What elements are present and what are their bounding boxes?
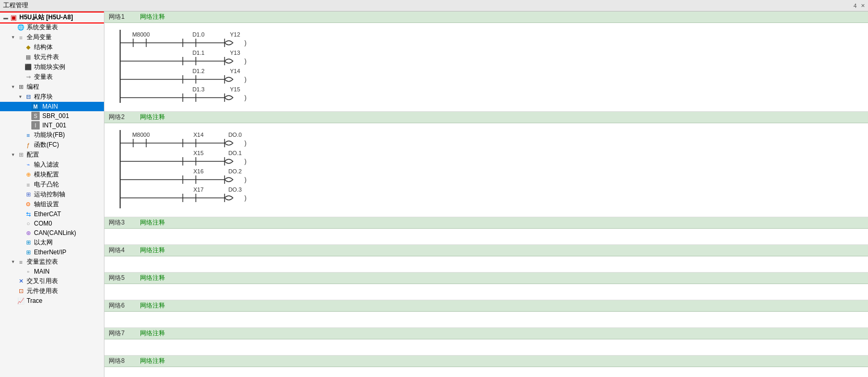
svg-text:Y13: Y13 [230, 50, 240, 56]
config-expand[interactable]: ▼ [9, 151, 17, 159]
cross-label: 交叉引用表 [27, 277, 58, 286]
sidebar-item-fc[interactable]: ƒ 函数(FC) [0, 140, 104, 150]
sidebar-item-config[interactable]: ▼ ⊞ 配置 [0, 150, 104, 160]
sidebar-item-global-var[interactable]: ▼ ≡ 全局变量 [0, 32, 104, 42]
root-expand-icon[interactable]: ▬ [2, 14, 9, 21]
config-label: 配置 [27, 150, 39, 159]
sidebar-item-prog[interactable]: ▼ ⊞ 编程 [0, 82, 104, 92]
struct-label: 结构体 [34, 43, 53, 52]
svg-text:D1.0: D1.0 [192, 31, 204, 38]
sidebar-item-ethernet[interactable]: ⊞ 以太网 [0, 238, 104, 248]
svg-text:): ) [244, 94, 247, 101]
trace-icon: 📈 [17, 297, 25, 305]
ethercat-icon: ⇆ [24, 210, 32, 218]
sidebar-item-cross-ref[interactable]: ✕ 交叉引用表 [0, 276, 104, 286]
sidebar-item-prog-block[interactable]: ▼ ⊟ 程序块 [0, 92, 104, 102]
main-icon: M [31, 102, 40, 111]
axis-icon: ⚙ [24, 201, 32, 209]
network-1-comment: 网络注释 [140, 13, 165, 21]
var-mon-label: 变量监控表 [27, 257, 58, 266]
ethernetip-icon: ⊞ [24, 248, 32, 256]
network-5-body [104, 284, 868, 300]
svg-text:X17: X17 [193, 186, 204, 193]
svg-text:): ) [244, 176, 247, 183]
sidebar-root[interactable]: ▬ ▣ H5U从站 [H5U-A8] [0, 13, 104, 22]
sidebar-item-ethercat[interactable]: ⇆ EtherCAT [0, 209, 104, 219]
prog-block-icon: ⊟ [24, 93, 32, 101]
sidebar-item-module-cfg[interactable]: ⊕ 模块配置 [0, 170, 104, 180]
motion-label: 运动控制轴 [34, 190, 65, 199]
int-icon: I [31, 121, 40, 129]
sys-var-label: 系统变量表 [27, 23, 58, 32]
svg-text:): ) [244, 76, 247, 83]
svg-text:DO.2: DO.2 [228, 168, 242, 174]
network-6-comment: 网络注释 [140, 301, 165, 310]
svg-text:DO.1: DO.1 [228, 150, 242, 156]
var-mon-icon: ≡ [17, 258, 25, 266]
sidebar-item-int001[interactable]: I INT_001 [0, 121, 104, 130]
svg-text:X15: X15 [193, 150, 204, 156]
sidebar-item-mon-main[interactable]: ▫ MAIN [0, 267, 104, 276]
title-bar-label: 工程管理 [3, 1, 28, 10]
network-7-comment: 网络注释 [140, 329, 165, 338]
fb-icon: ≡ [24, 131, 32, 139]
sbr-icon: S [31, 112, 40, 120]
svg-text:D1.2: D1.2 [192, 68, 204, 74]
network-2-comment: 网络注释 [140, 113, 165, 122]
network-1-num: 网络1 [109, 13, 130, 21]
svg-text:D1.3: D1.3 [192, 86, 204, 92]
axis-label: 轴组设置 [34, 200, 59, 209]
sidebar-item-struct[interactable]: ◆ 结构体 [0, 42, 104, 52]
list-icon: ≡ [17, 33, 25, 42]
soft-elem-icon: ▦ [24, 53, 32, 62]
global-var-expand[interactable]: ▼ [9, 34, 17, 41]
com-icon: ○ [24, 219, 32, 228]
sbr-label: SBR_001 [42, 112, 69, 120]
trace-label: Trace [27, 297, 42, 304]
network-3-header: 网络3 网络注释 [104, 217, 868, 229]
pin-button[interactable]: 4 [853, 3, 857, 9]
sidebar-item-ethernetip[interactable]: ⊞ EtherNet/IP [0, 248, 104, 257]
sidebar-item-motion-axis[interactable]: ⊞ 运动控制轴 [0, 190, 104, 199]
sidebar-item-soft-elem[interactable]: ▦ 软元件表 [0, 52, 104, 62]
network-3-comment: 网络注释 [140, 218, 165, 227]
sidebar-item-fb[interactable]: ≡ 功能块(FB) [0, 130, 104, 140]
eth-label: 以太网 [34, 238, 53, 247]
network-7: 网络7 网络注释 [104, 328, 868, 356]
sidebar-item-var-table[interactable]: ⇝ 变量表 [0, 72, 104, 82]
sidebar-item-axis-cfg[interactable]: ⚙ 轴组设置 [0, 199, 104, 209]
svg-text:Y12: Y12 [230, 31, 240, 38]
sidebar-item-main[interactable]: M MAIN [0, 102, 104, 111]
sidebar-item-var-mon[interactable]: ▼ ≡ 变量监控表 [0, 257, 104, 267]
sidebar-item-fb-instance[interactable]: ⬛ 功能块实例 [0, 62, 104, 72]
sidebar-item-sbr001[interactable]: S SBR_001 [0, 111, 104, 121]
network-8: 网络8 网络注释 [104, 356, 868, 377]
svg-text:): ) [244, 139, 247, 147]
root-label: H5U从站 [H5U-A8] [19, 13, 73, 22]
cam-label: 电子凸轮 [34, 180, 59, 189]
fb-instance-label: 功能块实例 [34, 63, 65, 72]
svg-text:Y15: Y15 [230, 86, 240, 92]
filter-label: 输入滤波 [34, 160, 59, 169]
globe-icon: 🌐 [17, 23, 25, 32]
sidebar-item-sys-var[interactable]: 🌐 系统变量表 [0, 22, 104, 32]
sidebar-item-com0[interactable]: ○ COM0 [0, 219, 104, 228]
var-mon-expand[interactable]: ▼ [9, 258, 17, 266]
sidebar-item-can[interactable]: ⊛ CAN(CANLink) [0, 228, 104, 238]
svg-text:X14: X14 [193, 132, 204, 138]
sidebar-item-trace[interactable]: 📈 Trace [0, 296, 104, 305]
network-1-svg: M8000 D1.0 [115, 27, 428, 105]
parts-icon: ⊡ [17, 287, 25, 296]
network-4-header: 网络4 网络注释 [104, 245, 868, 256]
network-8-num: 网络8 [109, 357, 130, 366]
close-button[interactable]: × [861, 2, 865, 9]
module-label: 模块配置 [34, 170, 59, 179]
svg-text:DO.0: DO.0 [228, 132, 242, 138]
network-7-body [104, 339, 868, 355]
prog-expand[interactable]: ▼ [9, 84, 17, 91]
prog-block-expand[interactable]: ▼ [17, 93, 24, 101]
sidebar-item-parts-use[interactable]: ⊡ 元件使用表 [0, 286, 104, 296]
network-8-comment: 网络注释 [140, 357, 165, 366]
sidebar-item-input-filter[interactable]: ⌁ 输入滤波 [0, 160, 104, 170]
sidebar-item-e-cam[interactable]: ≡ 电子凸轮 [0, 180, 104, 190]
